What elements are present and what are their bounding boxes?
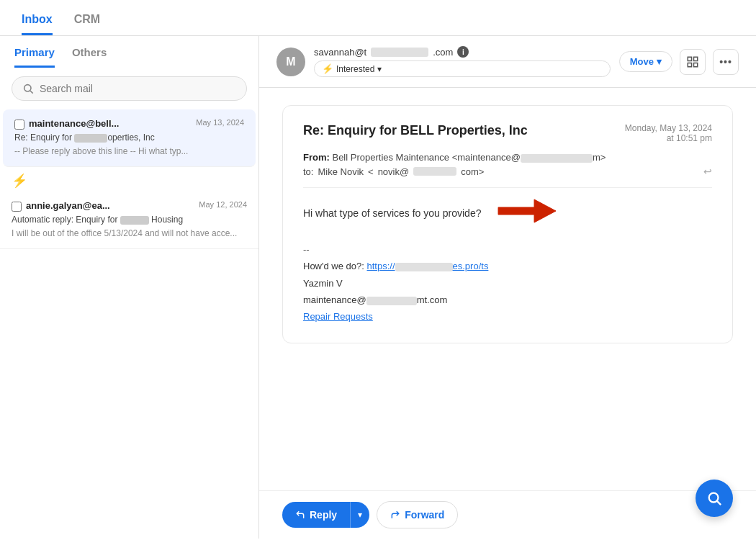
question-line: Hi what type of services fo you provide? xyxy=(303,198,712,230)
badge-lightning-icon: ⚡ xyxy=(322,63,333,74)
email-content-area: Re: Enquiry for BELL Properties, Inc Mon… xyxy=(259,88,756,490)
email-preview-2: I will be out of the office 5/13/2024 an… xyxy=(12,228,247,240)
email-meta-header: Re: Enquiry for BELL Properties, Inc Mon… xyxy=(303,123,712,143)
email-datetime: Monday, May 13, 2024 at 10:51 pm xyxy=(625,123,712,143)
reply-dropdown-button[interactable]: ▾ xyxy=(350,502,369,528)
email-sender-2: annie.galyan@ea... xyxy=(26,200,110,211)
reply-small-icon: ↩ xyxy=(703,166,712,177)
link-redacted xyxy=(395,263,453,271)
svg-rect-5 xyxy=(694,63,698,66)
forward-icon xyxy=(390,510,400,520)
email-subject-1: Re: Enquiry for operties, Inc xyxy=(14,132,244,143)
red-arrow-icon xyxy=(491,198,556,230)
reply-button[interactable]: Reply xyxy=(282,502,350,528)
more-button[interactable]: ••• xyxy=(713,49,739,75)
email-date-1: May 13, 2024 xyxy=(196,118,244,127)
info-icon[interactable]: i xyxy=(457,46,469,58)
list-icon-button[interactable] xyxy=(680,49,706,75)
svg-rect-4 xyxy=(688,63,691,66)
howd-label: How'd we do?: xyxy=(303,261,364,271)
contact-email-suffix: .com xyxy=(433,47,453,58)
svg-point-7 xyxy=(709,493,719,503)
to-email-redacted xyxy=(413,167,456,176)
body-question: Hi what type of services fo you provide? xyxy=(303,205,481,222)
email-content-card: Re: Enquiry for BELL Properties, Inc Mon… xyxy=(282,105,733,343)
reply-dropdown-chevron: ▾ xyxy=(358,510,362,520)
interested-badge[interactable]: ⚡ Interested ▾ xyxy=(314,60,611,77)
signature-area: -- How'd we do?: https://es.pro/ts Yazmi… xyxy=(303,241,712,325)
svg-marker-6 xyxy=(498,199,556,222)
forward-button[interactable]: Forward xyxy=(377,501,458,528)
from-label: From: xyxy=(303,152,330,163)
move-button[interactable]: Move ▾ xyxy=(619,51,672,72)
link-suffix-text: es.pro/ts xyxy=(453,261,489,271)
to-name: Mike Novik xyxy=(318,166,364,177)
search-bar[interactable] xyxy=(12,76,247,101)
badge-chevron-icon: ▾ xyxy=(377,64,382,74)
search-fab-icon xyxy=(706,490,722,506)
from-email-prefix-val: maintenance@ xyxy=(457,152,521,163)
email-checkbox-2[interactable] xyxy=(12,202,22,212)
email-checkbox-1[interactable] xyxy=(14,120,24,130)
svg-rect-3 xyxy=(694,57,698,60)
email-list: maintenance@bell... May 13, 2024 Re: Enq… xyxy=(0,109,258,539)
svg-point-0 xyxy=(24,85,31,91)
search-fab-button[interactable] xyxy=(696,480,733,517)
lightning-divider: ⚡ xyxy=(0,167,258,192)
to-email-prefix-val: < xyxy=(368,166,374,177)
from-email-redacted xyxy=(521,154,593,163)
from-email-suffix: m> xyxy=(593,152,606,163)
svg-line-8 xyxy=(717,501,721,505)
email-divider xyxy=(303,187,712,188)
contact-email-sig: maintenance@mt.com xyxy=(303,292,712,308)
email-sender-1: maintenance@bell... xyxy=(29,118,119,129)
email-date-2: May 12, 2024 xyxy=(199,200,247,209)
reply-label: Reply xyxy=(310,509,337,521)
search-input[interactable] xyxy=(40,83,236,94)
left-panel: Primary Others maintenance@bell... May 1… xyxy=(0,36,259,539)
svg-line-1 xyxy=(30,91,33,94)
from-name: Bell Properties Maintenance xyxy=(332,152,449,163)
link-prefix-text: https:// xyxy=(367,261,395,271)
survey-link[interactable]: https://es.pro/ts xyxy=(367,261,489,271)
email-date-display: Monday, May 13, 2024 xyxy=(625,123,712,133)
email-redacted-block xyxy=(371,48,428,57)
sub-tab-primary[interactable]: Primary xyxy=(14,46,55,68)
top-nav: Inbox CRM xyxy=(0,0,756,36)
to-email-prefix-display: novik@ xyxy=(378,166,410,177)
nav-tab-crm[interactable]: CRM xyxy=(74,13,100,35)
sub-tab-others[interactable]: Others xyxy=(72,46,107,68)
email-list-item-2[interactable]: annie.galyan@ea... May 12, 2024 Automati… xyxy=(0,192,258,249)
email-subject-title: Re: Enquiry for BELL Properties, Inc xyxy=(303,123,528,138)
email-preview-1: -- Please reply above this line -- Hi wh… xyxy=(14,145,244,158)
email-from-row: From: Bell Properties Maintenance <maint… xyxy=(303,152,712,163)
forward-label: Forward xyxy=(405,509,444,521)
to-email-suffix: com> xyxy=(461,166,484,177)
signatory: Yazmin V xyxy=(303,275,712,292)
sig-email-redacted xyxy=(366,297,417,305)
search-icon xyxy=(22,83,34,94)
repair-requests-anchor[interactable]: Repair Requests xyxy=(303,311,373,322)
list-icon xyxy=(686,55,699,68)
to-label: to: xyxy=(303,166,313,177)
reply-btn-group: Reply ▾ xyxy=(282,502,369,528)
reply-icon xyxy=(295,510,305,520)
move-chevron-icon: ▾ xyxy=(657,56,662,67)
contact-email-prefix: savannah@t xyxy=(314,47,366,58)
repair-requests-link[interactable]: Repair Requests xyxy=(303,308,712,325)
header-actions: Move ▾ ••• xyxy=(619,49,739,75)
email-body: Hi what type of services fo you provide?… xyxy=(303,198,712,325)
contact-info: savannah@t .com i ⚡ Interested ▾ xyxy=(314,46,611,77)
sub-tabs: Primary Others xyxy=(0,36,258,68)
move-label: Move xyxy=(630,56,654,67)
email-time-display: at 10:51 pm xyxy=(625,133,712,143)
more-icon: ••• xyxy=(719,56,732,68)
email-header-bar: M savannah@t .com i ⚡ Interested ▾ Move … xyxy=(259,36,756,88)
nav-tab-inbox[interactable]: Inbox xyxy=(22,13,53,35)
email-actions-bar: Reply ▾ Forward xyxy=(259,490,756,539)
email-list-item-1[interactable]: maintenance@bell... May 13, 2024 Re: Enq… xyxy=(3,109,256,167)
howd-line: How'd we do?: https://es.pro/ts xyxy=(303,258,712,274)
email-to-row: to: Mike Novik <novik@com> ↩ xyxy=(303,166,712,177)
email-subject-2: Automatic reply: Enquiry for Housing xyxy=(12,215,247,225)
right-panel: M savannah@t .com i ⚡ Interested ▾ Move … xyxy=(259,36,756,539)
